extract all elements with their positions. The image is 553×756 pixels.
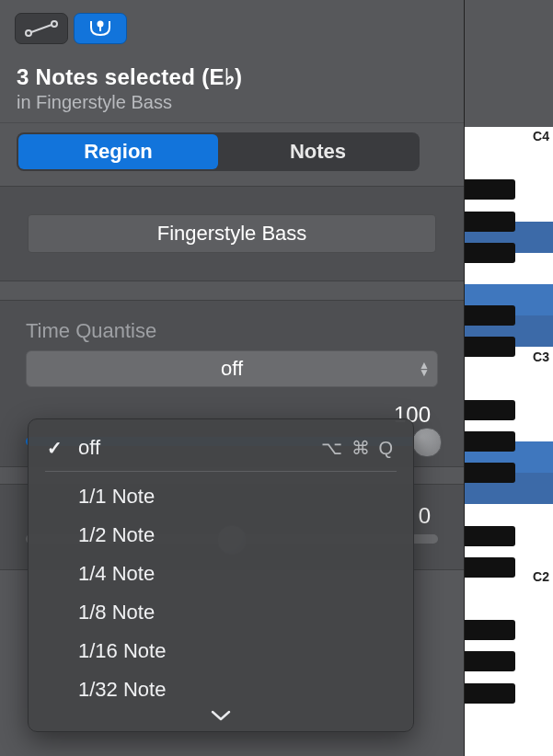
- octave-label-c4: C4: [533, 129, 549, 143]
- menu-item-1-4[interactable]: 1/4 Note: [29, 555, 413, 593]
- menu-label: 1/1 Note: [78, 485, 155, 509]
- menu-label: 1/32 Note: [78, 678, 166, 702]
- automation-toggle-button[interactable]: [15, 13, 68, 44]
- black-key-E2-flat[interactable]: [465, 526, 515, 546]
- menu-label: 1/16 Note: [78, 639, 166, 663]
- black-key-G3-flat[interactable]: [465, 243, 515, 263]
- mode-segmented: Region Notes: [17, 132, 420, 171]
- menu-label: off: [78, 436, 100, 460]
- midi-in-toggle-button[interactable]: [74, 13, 127, 44]
- piano-header-mask: [465, 0, 553, 128]
- black-key-D2-flat[interactable]: [465, 557, 515, 578]
- menu-item-1-1[interactable]: 1/1 Note: [29, 477, 413, 516]
- slider-knob[interactable]: [412, 428, 442, 457]
- region-name-section: Fingerstyle Bass: [0, 186, 464, 281]
- dropdown-stepper-icon: ▲▼: [419, 361, 428, 376]
- menu-shortcut: ⌥ ⌘ Q: [321, 437, 395, 459]
- black-key-A1-flat[interactable]: [465, 651, 515, 671]
- black-key-E3-flat[interactable]: [465, 305, 515, 326]
- black-key-B1-flat[interactable]: [465, 620, 515, 640]
- region-name-field[interactable]: Fingerstyle Bass: [28, 214, 436, 253]
- menu-item-1-32[interactable]: 1/32 Note: [29, 670, 413, 709]
- menu-more-indicator[interactable]: [29, 709, 413, 726]
- piano-ruler[interactable]: C4 C3 C2: [464, 0, 553, 756]
- octave-label-c3: C3: [533, 349, 549, 364]
- black-key-G2-flat[interactable]: [465, 463, 515, 483]
- selection-subtitle: in Fingerstyle Bass: [17, 92, 447, 113]
- octave-label-c2: C2: [533, 569, 549, 584]
- menu-item-1-16[interactable]: 1/16 Note: [29, 632, 413, 670]
- black-key-B3-flat[interactable]: [465, 179, 515, 200]
- mode-segmented-wrap: Region Notes: [0, 123, 464, 186]
- menu-label: 1/8 Note: [78, 601, 155, 624]
- time-quantise-value: off: [221, 357, 243, 381]
- tab-region[interactable]: Region: [18, 134, 218, 169]
- menu-item-1-8[interactable]: 1/8 Note: [29, 593, 413, 632]
- black-key-A2-flat[interactable]: [465, 431, 515, 452]
- tab-notes[interactable]: Notes: [218, 134, 418, 169]
- midi-in-icon: [87, 18, 113, 39]
- menu-item-off[interactable]: ✓ off ⌥ ⌘ Q: [29, 429, 413, 467]
- menu-label: 1/2 Note: [78, 523, 155, 547]
- time-quantise-menu[interactable]: ✓ off ⌥ ⌘ Q 1/1 Note 1/2 Note 1/4 Note 1…: [28, 418, 414, 732]
- white-key-E1[interactable]: [465, 725, 553, 756]
- chevron-down-icon: [211, 709, 231, 722]
- time-quantise-dropdown[interactable]: off ▲▼: [26, 350, 438, 387]
- transpose-value: 0: [419, 503, 431, 529]
- black-key-G1-flat[interactable]: [465, 683, 515, 704]
- menu-divider: [45, 471, 397, 472]
- piano-keys-area[interactable]: [465, 127, 553, 756]
- selection-title: 3 Notes selected (E♭): [17, 64, 447, 90]
- black-key-A3-flat[interactable]: [465, 212, 515, 232]
- menu-item-1-2[interactable]: 1/2 Note: [29, 516, 413, 555]
- svg-point-0: [26, 30, 31, 36]
- time-quantise-label: Time Quantise: [26, 319, 438, 343]
- menu-label: 1/4 Note: [78, 562, 155, 586]
- svg-point-1: [52, 21, 57, 27]
- black-key-B2-flat[interactable]: [465, 400, 515, 420]
- black-key-D3-flat[interactable]: [465, 337, 515, 357]
- check-icon: ✓: [47, 437, 63, 459]
- toolbar: [0, 0, 464, 52]
- selection-summary: 3 Notes selected (E♭) in Fingerstyle Bas…: [0, 52, 464, 123]
- svg-line-2: [31, 25, 52, 32]
- automation-icon: [25, 20, 58, 37]
